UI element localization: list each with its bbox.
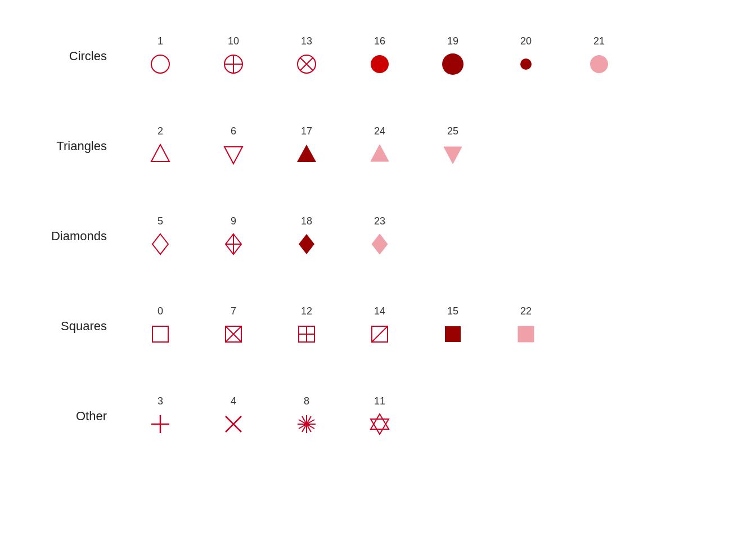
symbol-cell: 15 xyxy=(416,304,489,348)
symbols-group: 34811 xyxy=(124,394,416,438)
svg-rect-22 xyxy=(152,326,168,342)
symbol-number: 8 xyxy=(304,394,309,408)
symbol-cell: 8 xyxy=(270,394,343,438)
symbol-row: Circles1101316192021 xyxy=(34,11,722,101)
svg-marker-20 xyxy=(299,234,314,254)
symbol-cell: 25 xyxy=(416,124,489,168)
symbol-number: 11 xyxy=(374,394,385,408)
symbol-icon-circle-filled-large xyxy=(439,50,467,78)
symbol-cell: 22 xyxy=(489,304,562,348)
symbol-icon-triangle-down-empty xyxy=(219,140,248,168)
main-container: Circles1101316192021Triangles26172425Dia… xyxy=(0,0,756,472)
svg-point-8 xyxy=(442,53,464,75)
symbol-number: 19 xyxy=(447,34,458,48)
symbol-icon-diamond-empty xyxy=(146,230,174,258)
symbol-icon-circle-filled-small xyxy=(512,50,540,78)
symbol-icon-triangle-up-filled xyxy=(292,140,321,168)
svg-rect-32 xyxy=(518,326,534,342)
symbol-number: 22 xyxy=(520,304,532,318)
symbol-icon-circle-x xyxy=(292,50,321,78)
symbol-icon-asterisk xyxy=(292,410,321,438)
symbol-number: 6 xyxy=(231,124,236,138)
symbol-icon-square-triangle xyxy=(366,320,394,348)
svg-marker-16 xyxy=(152,234,168,254)
symbol-cell: 12 xyxy=(270,304,343,348)
symbol-cell: 2 xyxy=(124,124,197,168)
symbol-icon-diamond-filled xyxy=(292,230,321,258)
symbol-cell: 14 xyxy=(343,304,416,348)
symbol-cell: 20 xyxy=(489,34,562,78)
symbol-cell: 6 xyxy=(197,124,270,168)
symbol-cell: 19 xyxy=(416,34,489,78)
symbol-icon-circle-filled-medium xyxy=(366,50,394,78)
symbol-number: 0 xyxy=(158,304,163,318)
symbol-number: 7 xyxy=(231,304,236,318)
symbols-group: 1101316192021 xyxy=(124,34,636,78)
symbol-cell: 18 xyxy=(270,214,343,258)
symbol-number: 24 xyxy=(374,124,385,138)
svg-point-0 xyxy=(151,55,169,73)
symbol-icon-square-light xyxy=(512,320,540,348)
symbol-cell: 1 xyxy=(124,34,197,78)
svg-point-10 xyxy=(590,55,608,73)
symbol-icon-star-of-david xyxy=(366,410,394,438)
symbol-row: Squares0712141522 xyxy=(34,281,722,371)
symbol-icon-square-filled xyxy=(439,320,467,348)
symbol-icon-square-empty xyxy=(146,320,174,348)
row-label: Circles xyxy=(34,49,124,64)
symbol-number: 25 xyxy=(447,124,458,138)
symbols-group: 591823 xyxy=(124,214,416,258)
symbol-number: 18 xyxy=(301,214,312,228)
symbol-number: 10 xyxy=(228,34,239,48)
svg-point-9 xyxy=(520,58,532,70)
symbol-icon-cross xyxy=(146,410,174,438)
svg-marker-43 xyxy=(371,414,389,429)
symbol-cell: 9 xyxy=(197,214,270,258)
symbol-cell: 17 xyxy=(270,124,343,168)
symbol-number: 20 xyxy=(520,34,532,48)
symbol-icon-triangle-up-empty xyxy=(146,140,174,168)
symbol-row: Diamonds591823 xyxy=(34,191,722,281)
svg-rect-31 xyxy=(445,326,461,342)
svg-marker-12 xyxy=(224,147,242,164)
svg-marker-11 xyxy=(151,145,169,161)
symbols-group: 26172425 xyxy=(124,124,489,168)
symbol-number: 9 xyxy=(231,214,236,228)
symbol-cell: 16 xyxy=(343,34,416,78)
row-label: Squares xyxy=(34,319,124,334)
svg-marker-44 xyxy=(371,419,389,434)
row-label: Triangles xyxy=(34,139,124,154)
symbol-number: 13 xyxy=(301,34,312,48)
row-label: Diamonds xyxy=(34,229,124,244)
symbol-row: Triangles26172425 xyxy=(34,101,722,191)
symbols-group: 0712141522 xyxy=(124,304,562,348)
symbol-cell: 23 xyxy=(343,214,416,258)
svg-line-30 xyxy=(372,326,388,342)
symbol-row: Other34811 xyxy=(34,371,722,461)
symbol-icon-circle-plus xyxy=(219,50,248,78)
symbol-icon-square-plus xyxy=(292,320,321,348)
symbol-number: 23 xyxy=(374,214,385,228)
symbol-number: 3 xyxy=(158,394,163,408)
symbol-cell: 10 xyxy=(197,34,270,78)
symbol-icon-circle-filled-light xyxy=(585,50,613,78)
svg-marker-21 xyxy=(372,234,388,254)
symbol-number: 15 xyxy=(447,304,458,318)
symbol-cell: 11 xyxy=(343,394,416,438)
symbol-cell: 4 xyxy=(197,394,270,438)
symbol-cell: 13 xyxy=(270,34,343,78)
symbol-icon-square-x xyxy=(219,320,248,348)
svg-marker-14 xyxy=(371,145,389,161)
symbol-icon-diamond-light xyxy=(366,230,394,258)
symbol-cell: 5 xyxy=(124,214,197,258)
svg-point-7 xyxy=(371,55,389,73)
symbol-cell: 7 xyxy=(197,304,270,348)
symbol-cell: 24 xyxy=(343,124,416,168)
symbol-number: 2 xyxy=(158,124,163,138)
svg-marker-13 xyxy=(297,145,316,162)
symbol-icon-diamond-plus xyxy=(219,230,248,258)
symbol-number: 1 xyxy=(158,34,163,48)
symbol-cell: 21 xyxy=(562,34,636,78)
symbol-number: 17 xyxy=(301,124,312,138)
symbol-number: 4 xyxy=(231,394,236,408)
